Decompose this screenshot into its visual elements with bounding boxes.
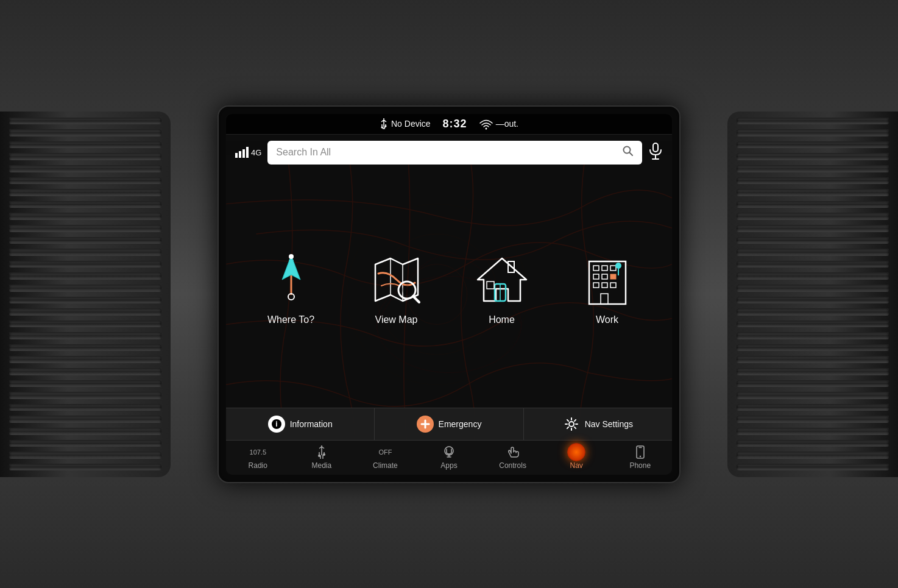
bottom-nav-apps[interactable]: Apps: [417, 441, 481, 475]
search-icon[interactable]: [623, 146, 634, 160]
vent-slat: [737, 177, 889, 185]
vent-slat: [9, 165, 161, 172]
search-row: 4G Search In All: [226, 135, 672, 171]
bottom-nav-nav[interactable]: Nav: [545, 441, 609, 475]
microphone-icon: [648, 143, 663, 160]
nav-item-work[interactable]: Work: [571, 252, 644, 325]
bottom-nav-climate[interactable]: OFF Climate: [353, 441, 417, 475]
phone-device-icon: [635, 445, 646, 459]
mic-button[interactable]: [648, 143, 663, 162]
car-surround: No Device 8:32 —out.: [0, 0, 898, 588]
nav-settings-button[interactable]: Nav Settings: [524, 408, 672, 440]
svg-text:i: i: [275, 420, 277, 428]
status-bar: No Device 8:32 —out.: [226, 114, 672, 135]
vent-slat: [737, 416, 889, 423]
signal-strength: 4G: [235, 147, 261, 158]
climate-status: OFF: [378, 448, 392, 456]
gear-icon: [563, 416, 580, 433]
svg-rect-30: [487, 282, 494, 289]
vent-slat: [737, 213, 889, 220]
main-screen: No Device 8:32 —out.: [226, 114, 672, 475]
nav-item-where-to[interactable]: Where To?: [255, 252, 328, 325]
vent-slat: [9, 416, 161, 423]
svg-point-4: [381, 127, 383, 129]
phone-label: Phone: [629, 461, 651, 470]
bottom-nav-phone[interactable]: Phone: [608, 441, 672, 475]
bottom-nav-radio[interactable]: 107.5 Radio: [226, 441, 290, 475]
bottom-nav: 107.5 Radio Media: [226, 440, 672, 475]
controls-hand-icon: [506, 446, 520, 458]
where-to-label: Where To?: [267, 314, 314, 325]
vent-slat: [9, 452, 161, 459]
bottom-nav-controls[interactable]: Controls: [481, 441, 545, 475]
svg-point-49: [318, 455, 320, 457]
vent-slat: [9, 428, 161, 435]
svg-rect-38: [593, 283, 599, 288]
vent-slat: [737, 392, 889, 399]
vent-slat: [9, 177, 161, 185]
controls-label: Controls: [499, 461, 526, 470]
magnify-icon: [623, 146, 634, 157]
vent-slat: [9, 380, 161, 388]
usb-small-icon: [316, 445, 327, 459]
building-icon: [580, 252, 635, 307]
svg-line-25: [413, 296, 419, 302]
vent-slat: [9, 392, 161, 399]
home-icon-container: [475, 252, 529, 307]
vent-slat: [737, 249, 889, 256]
vent-slat: [9, 213, 161, 220]
nav-item-view-map[interactable]: View Map: [360, 252, 433, 325]
radio-frequency: 107.5: [250, 448, 267, 456]
svg-rect-40: [610, 283, 616, 288]
svg-point-48: [569, 422, 574, 427]
vent-slat: [9, 285, 161, 292]
usb-label: No Device: [391, 119, 431, 129]
usb-status: No Device: [380, 118, 431, 129]
apps-icon: [443, 445, 455, 459]
svg-rect-9: [242, 149, 245, 158]
network-label: 4G: [251, 148, 261, 157]
vent-slat: [737, 332, 889, 339]
radio-value: 107.5: [250, 445, 267, 459]
plus-icon: [420, 419, 431, 430]
nav-label: Nav: [570, 461, 583, 470]
signal-bars-icon: [235, 147, 249, 158]
svg-rect-33: [602, 266, 607, 271]
bottom-nav-media[interactable]: Media: [290, 441, 354, 475]
vent-slat: [737, 308, 889, 316]
svg-point-56: [640, 455, 641, 456]
emergency-label: Emergency: [439, 419, 482, 429]
svg-point-20: [289, 254, 294, 259]
svg-rect-41: [601, 294, 608, 304]
where-to-icon: [264, 252, 319, 307]
view-map-icon: [369, 252, 424, 307]
vent-slat: [737, 141, 889, 149]
svg-rect-37: [610, 274, 616, 279]
vent-slat: [9, 404, 161, 411]
svg-line-12: [629, 152, 632, 155]
vent-slat: [737, 464, 889, 471]
information-button[interactable]: i Information: [226, 408, 375, 440]
navigation-icon: [267, 249, 316, 310]
vent-slat: [9, 308, 161, 316]
radio-label: Radio: [249, 461, 267, 470]
svg-rect-39: [602, 283, 607, 288]
vent-slat: [737, 452, 889, 459]
nav-item-home[interactable]: Home: [465, 252, 539, 325]
vent-slat: [9, 189, 161, 196]
vent-slat: [737, 237, 889, 244]
time-display: 8:32: [443, 118, 467, 130]
svg-rect-8: [239, 151, 241, 158]
usb-nav-icon: [316, 445, 327, 459]
search-box[interactable]: Search In All: [267, 141, 642, 165]
vent-slat: [737, 428, 889, 435]
svg-rect-7: [235, 153, 238, 158]
screen-bezel: No Device 8:32 —out.: [217, 105, 681, 483]
emergency-button[interactable]: Emergency: [375, 408, 523, 440]
map-icon: [369, 252, 424, 307]
view-map-label: View Map: [375, 314, 418, 325]
svg-marker-26: [478, 258, 526, 301]
vent-slat: [9, 153, 161, 160]
svg-rect-10: [246, 147, 249, 158]
wifi-status: —out.: [479, 119, 518, 129]
